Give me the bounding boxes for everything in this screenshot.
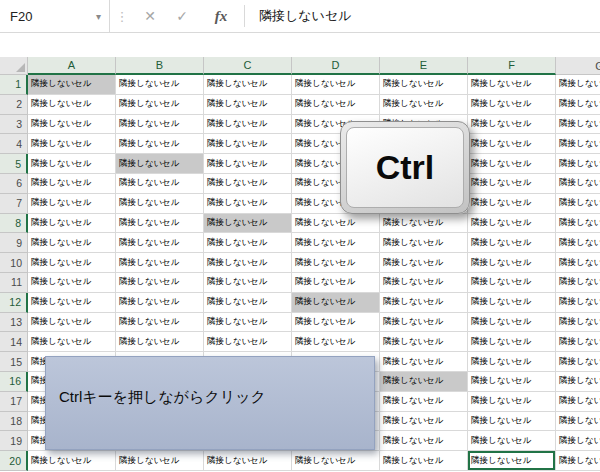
cell-C2[interactable]: 隣接しないセル bbox=[204, 95, 292, 115]
cell-G12[interactable]: 隣接しないセル bbox=[556, 293, 600, 313]
cell-A7[interactable]: 隣接しないセル bbox=[28, 194, 116, 214]
row-header-7[interactable]: 7 bbox=[0, 194, 28, 214]
cell-A3[interactable]: 隣接しないセル bbox=[28, 115, 116, 135]
select-all-corner[interactable] bbox=[0, 57, 28, 75]
cell-E19[interactable]: 隣接しないセル bbox=[380, 431, 468, 451]
cell-F10[interactable]: 隣接しないセル bbox=[468, 253, 556, 273]
cell-C10[interactable]: 隣接しないセル bbox=[204, 253, 292, 273]
cell-A11[interactable]: 隣接しないセル bbox=[28, 273, 116, 293]
cell-A5[interactable]: 隣接しないセル bbox=[28, 154, 116, 174]
column-header-C[interactable]: C bbox=[204, 57, 292, 75]
cell-G14[interactable]: 隣接しないセル bbox=[556, 332, 600, 352]
cell-A12[interactable]: 隣接しないセル bbox=[28, 293, 116, 313]
column-header-F[interactable]: F bbox=[468, 57, 556, 75]
cell-C20[interactable]: 隣接しないセル bbox=[204, 451, 292, 471]
cell-F1[interactable]: 隣接しないセル bbox=[468, 75, 556, 95]
cell-F20[interactable]: 隣接しないセル bbox=[468, 451, 556, 471]
cell-D10[interactable]: 隣接しないセル bbox=[292, 253, 380, 273]
cell-D9[interactable]: 隣接しないセル bbox=[292, 233, 380, 253]
cell-G11[interactable]: 隣接しないセル bbox=[556, 273, 600, 293]
cell-A14[interactable]: 隣接しないセル bbox=[28, 332, 116, 352]
cell-E10[interactable]: 隣接しないセル bbox=[380, 253, 468, 273]
cell-F8[interactable]: 隣接しないセル bbox=[468, 214, 556, 234]
cell-G17[interactable]: 隣接しないセル bbox=[556, 392, 600, 412]
cell-D13[interactable]: 隣接しないセル bbox=[292, 313, 380, 333]
cell-G7[interactable]: 隣接しないセル bbox=[556, 194, 600, 214]
cell-F18[interactable]: 隣接しないセル bbox=[468, 412, 556, 432]
row-header-6[interactable]: 6 bbox=[0, 174, 28, 194]
cell-C11[interactable]: 隣接しないセル bbox=[204, 273, 292, 293]
cell-C9[interactable]: 隣接しないセル bbox=[204, 233, 292, 253]
row-header-11[interactable]: 11 bbox=[0, 273, 28, 293]
row-header-10[interactable]: 10 bbox=[0, 253, 28, 273]
cell-G15[interactable]: 隣接しないセル bbox=[556, 352, 600, 372]
cell-E17[interactable]: 隣接しないセル bbox=[380, 392, 468, 412]
cancel-button[interactable]: ✕ bbox=[134, 0, 166, 32]
cell-G10[interactable]: 隣接しないセル bbox=[556, 253, 600, 273]
cell-A4[interactable]: 隣接しないセル bbox=[28, 134, 116, 154]
cell-G4[interactable]: 隣接しないセル bbox=[556, 134, 600, 154]
cell-A20[interactable]: 隣接しないセル bbox=[28, 451, 116, 471]
cell-F11[interactable]: 隣接しないセル bbox=[468, 273, 556, 293]
cell-C5[interactable]: 隣接しないセル bbox=[204, 154, 292, 174]
cell-B1[interactable]: 隣接しないセル bbox=[116, 75, 204, 95]
formula-input[interactable]: 隣接しないセル bbox=[245, 0, 600, 32]
cell-B11[interactable]: 隣接しないセル bbox=[116, 273, 204, 293]
cell-D14[interactable]: 隣接しないセル bbox=[292, 332, 380, 352]
cell-B14[interactable]: 隣接しないセル bbox=[116, 332, 204, 352]
cell-A9[interactable]: 隣接しないセル bbox=[28, 233, 116, 253]
cell-G18[interactable]: 隣接しないセル bbox=[556, 412, 600, 432]
cell-C7[interactable]: 隣接しないセル bbox=[204, 194, 292, 214]
cell-G8[interactable]: 隣接しないセル bbox=[556, 214, 600, 234]
cell-E15[interactable]: 隣接しないセル bbox=[380, 352, 468, 372]
row-header-14[interactable]: 14 bbox=[0, 332, 28, 352]
cell-F17[interactable]: 隣接しないセル bbox=[468, 392, 556, 412]
cell-F16[interactable]: 隣接しないセル bbox=[468, 372, 556, 392]
cell-F14[interactable]: 隣接しないセル bbox=[468, 332, 556, 352]
row-header-16[interactable]: 16 bbox=[0, 372, 28, 392]
cell-E1[interactable]: 隣接しないセル bbox=[380, 75, 468, 95]
cell-B8[interactable]: 隣接しないセル bbox=[116, 214, 204, 234]
cell-E18[interactable]: 隣接しないセル bbox=[380, 412, 468, 432]
row-header-15[interactable]: 15 bbox=[0, 352, 28, 372]
enter-button[interactable]: ✓ bbox=[166, 0, 198, 32]
cell-F19[interactable]: 隣接しないセル bbox=[468, 431, 556, 451]
row-header-1[interactable]: 1 bbox=[0, 75, 28, 95]
cell-F4[interactable]: 隣接しないセル bbox=[468, 134, 556, 154]
row-header-3[interactable]: 3 bbox=[0, 115, 28, 135]
column-header-G[interactable]: G bbox=[556, 57, 600, 75]
cell-B7[interactable]: 隣接しないセル bbox=[116, 194, 204, 214]
cell-B9[interactable]: 隣接しないセル bbox=[116, 233, 204, 253]
cell-G1[interactable]: 隣接しないセル bbox=[556, 75, 600, 95]
cell-E9[interactable]: 隣接しないセル bbox=[380, 233, 468, 253]
cell-C13[interactable]: 隣接しないセル bbox=[204, 313, 292, 333]
cell-B13[interactable]: 隣接しないセル bbox=[116, 313, 204, 333]
cell-B10[interactable]: 隣接しないセル bbox=[116, 253, 204, 273]
insert-function-button[interactable]: fx bbox=[198, 0, 244, 32]
cell-G16[interactable]: 隣接しないセル bbox=[556, 372, 600, 392]
cell-F9[interactable]: 隣接しないセル bbox=[468, 233, 556, 253]
column-header-A[interactable]: A bbox=[28, 57, 116, 75]
cell-F13[interactable]: 隣接しないセル bbox=[468, 313, 556, 333]
cell-G20[interactable]: 隣接しないセル bbox=[556, 451, 600, 471]
cell-E14[interactable]: 隣接しないセル bbox=[380, 332, 468, 352]
cell-A13[interactable]: 隣接しないセル bbox=[28, 313, 116, 333]
cell-G3[interactable]: 隣接しないセル bbox=[556, 115, 600, 135]
cell-D20[interactable]: 隣接しないセル bbox=[292, 451, 380, 471]
row-header-8[interactable]: 8 bbox=[0, 214, 28, 234]
cell-C6[interactable]: 隣接しないセル bbox=[204, 174, 292, 194]
row-header-20[interactable]: 20 bbox=[0, 451, 28, 471]
cell-D11[interactable]: 隣接しないセル bbox=[292, 273, 380, 293]
cell-C14[interactable]: 隣接しないセル bbox=[204, 332, 292, 352]
cell-F15[interactable]: 隣接しないセル bbox=[468, 352, 556, 372]
row-header-2[interactable]: 2 bbox=[0, 95, 28, 115]
cell-E16[interactable]: 隣接しないセル bbox=[380, 372, 468, 392]
cell-F2[interactable]: 隣接しないセル bbox=[468, 95, 556, 115]
cell-A1[interactable]: 隣接しないセル bbox=[28, 75, 116, 95]
cell-G13[interactable]: 隣接しないセル bbox=[556, 313, 600, 333]
cell-C12[interactable]: 隣接しないセル bbox=[204, 293, 292, 313]
row-header-9[interactable]: 9 bbox=[0, 233, 28, 253]
column-header-E[interactable]: E bbox=[380, 57, 468, 75]
cell-E13[interactable]: 隣接しないセル bbox=[380, 313, 468, 333]
cell-G19[interactable]: 隣接しないセル bbox=[556, 431, 600, 451]
